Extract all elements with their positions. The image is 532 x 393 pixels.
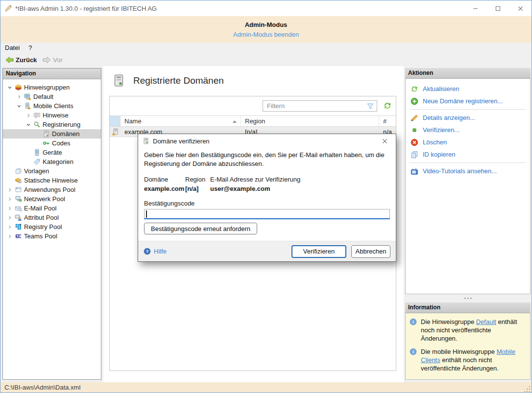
nav-item-kategorien[interactable]: Kategorien <box>3 157 101 166</box>
action-id-kopieren[interactable]: ID kopieren <box>406 148 530 161</box>
menu-help[interactable]: ? <box>24 43 36 53</box>
nav-item-anwendungs-pool[interactable]: Anwendungs Pool <box>3 185 101 194</box>
action-aktualisieren[interactable]: Aktualisieren <box>406 83 530 95</box>
svg-text:i: i <box>412 349 413 354</box>
chevron-right-icon[interactable] <box>6 223 14 231</box>
column-count[interactable]: # <box>379 116 396 127</box>
info-text-prefix: Die mobile Hinweisgruppe <box>421 348 497 355</box>
nav-item-default[interactable]: Default <box>3 92 101 101</box>
nav-item-label: Codes <box>52 139 71 147</box>
table-refresh-button[interactable] <box>383 101 392 112</box>
nav-item-domänen[interactable]: Domänen <box>3 129 101 139</box>
action-verifizieren[interactable]: Verifizieren... <box>406 124 530 136</box>
verify-button[interactable]: Verifizieren <box>291 245 346 258</box>
nav-item-geräte[interactable]: Geräte <box>3 148 101 157</box>
filter-funnel-icon[interactable] <box>366 102 374 112</box>
action-video-tutorials-ansehen[interactable]: Video-Tutorials ansehen... <box>406 165 530 177</box>
nav-item-registry-pool[interactable]: Registry Pool <box>3 222 101 231</box>
back-button[interactable]: Zurück <box>2 54 40 66</box>
static-notices-icon <box>14 177 23 185</box>
nav-item-codes[interactable]: Codes <box>3 139 101 148</box>
dialog-close-button[interactable] <box>378 135 391 147</box>
chevron-right-icon[interactable] <box>6 195 14 203</box>
teams-pool-icon: T <box>14 232 23 240</box>
maximize-button[interactable] <box>486 1 509 16</box>
close-button[interactable] <box>509 1 532 16</box>
nav-item-label: E-Mail Pool <box>24 205 56 212</box>
chevron-right-icon[interactable] <box>24 112 32 119</box>
help-link[interactable]: ? Hilfe <box>144 248 167 255</box>
admin-mode-banner: Admin-Modus Admin-Modus beenden <box>0 16 532 43</box>
domain-server-icon <box>42 130 50 138</box>
resend-code-button[interactable]: Bestätigungscode erneut anfordern <box>144 223 257 234</box>
dialog-title: Domäne verifizieren <box>153 138 210 145</box>
column-region-label: Region <box>245 117 265 125</box>
key-icon <box>42 139 50 147</box>
cancel-button[interactable]: Abbrechen <box>351 245 390 258</box>
action-details-anzeigen[interactable]: Details anzeigen... <box>406 112 530 124</box>
attribute-pool-icon <box>14 214 23 222</box>
chevron-right-icon[interactable] <box>6 232 14 240</box>
action-label: ID kopieren <box>423 151 455 158</box>
nav-item-netzwerk-pool[interactable]: Netzwerk Pool <box>3 194 101 204</box>
menu-datei[interactable]: Datei <box>0 43 24 53</box>
column-icon[interactable] <box>110 116 121 126</box>
nav-item-label: Mobile Clients <box>33 102 73 110</box>
nav-item-label: Registrierung <box>43 121 80 128</box>
action-neue-domäne-registrieren[interactable]: Neue Domäne registrieren... <box>406 95 530 107</box>
resize-grip[interactable] <box>524 386 530 392</box>
chevron-down-icon[interactable] <box>6 84 14 92</box>
column-region[interactable]: Region <box>241 116 379 126</box>
chevron-right-icon[interactable] <box>6 186 14 194</box>
chevron-right-icon[interactable] <box>6 205 14 212</box>
admin-mode-title: Admin-Modus <box>0 21 532 28</box>
info-link-default[interactable]: Default <box>476 318 496 325</box>
chevron-down-icon[interactable] <box>15 102 23 110</box>
nav-item-e-mail-pool[interactable]: E-Mail Pool <box>3 204 101 213</box>
registry-pool-icon <box>14 223 23 231</box>
email-value: user@example.com <box>210 185 270 192</box>
nav-tree: HinweisgruppenDefaultMobile ClientsHinwe… <box>3 79 101 241</box>
pencil-icon <box>411 114 418 122</box>
admin-mode-exit-link[interactable]: Admin-Modus beenden <box>233 31 299 38</box>
column-count-label: # <box>383 117 387 125</box>
minimize-button[interactable] <box>464 1 486 16</box>
forward-arrow-icon <box>43 56 51 64</box>
panel-splitter[interactable] <box>405 295 531 301</box>
dialog-description: Geben Sie hier den Bestätigungscode ein,… <box>144 151 390 168</box>
email-pool-icon <box>14 205 23 212</box>
nav-item-statische-hinweise[interactable]: Statische Hinweise <box>3 176 101 185</box>
confirmation-code-input[interactable] <box>144 209 390 219</box>
nav-item-hinweise[interactable]: Hinweise <box>3 111 101 120</box>
nav-item-label: Default <box>33 93 53 100</box>
nav-item-hinweisgruppen[interactable]: Hinweisgruppen <box>3 83 101 92</box>
expander-spacer <box>24 158 32 166</box>
action-löschen[interactable]: Löschen <box>406 136 530 148</box>
column-name-label: Name <box>124 117 142 125</box>
nav-item-teams-pool[interactable]: TTeams Pool <box>3 231 101 241</box>
actions-list: AktualisierenNeue Domäne registrieren...… <box>405 79 531 294</box>
svg-text:T: T <box>16 234 18 238</box>
network-pool-icon <box>14 195 23 203</box>
sort-ascending-icon <box>233 120 237 123</box>
notice-group-icon <box>14 84 23 92</box>
nav-item-registrierung[interactable]: Registrierung <box>3 120 101 129</box>
separator <box>410 109 526 110</box>
table-header: Name Region # <box>110 116 396 127</box>
chevron-down-icon[interactable] <box>24 121 32 129</box>
filter-input[interactable] <box>263 100 377 112</box>
nav-item-attribut-pool[interactable]: Attribut Pool <box>3 213 101 222</box>
device-icon <box>32 149 41 157</box>
nav-item-mobile-clients[interactable]: Mobile Clients <box>3 101 101 111</box>
delete-circle-icon <box>411 139 418 146</box>
nav-item-vorlagen[interactable]: Vorlagen <box>3 166 101 176</box>
domain-label: Domäne <box>144 176 185 183</box>
window-controls <box>464 1 532 16</box>
column-name[interactable]: Name <box>121 116 241 126</box>
chevron-right-icon[interactable] <box>6 214 14 222</box>
chevron-right-icon[interactable] <box>15 93 23 101</box>
info-text-prefix: Die Hinweisgruppe <box>421 318 476 325</box>
forward-button[interactable]: Vor <box>40 54 66 66</box>
nav-item-label: Attribut Pool <box>24 214 59 221</box>
information-list: iDie Hinweisgruppe Default enthält noch … <box>405 313 531 380</box>
